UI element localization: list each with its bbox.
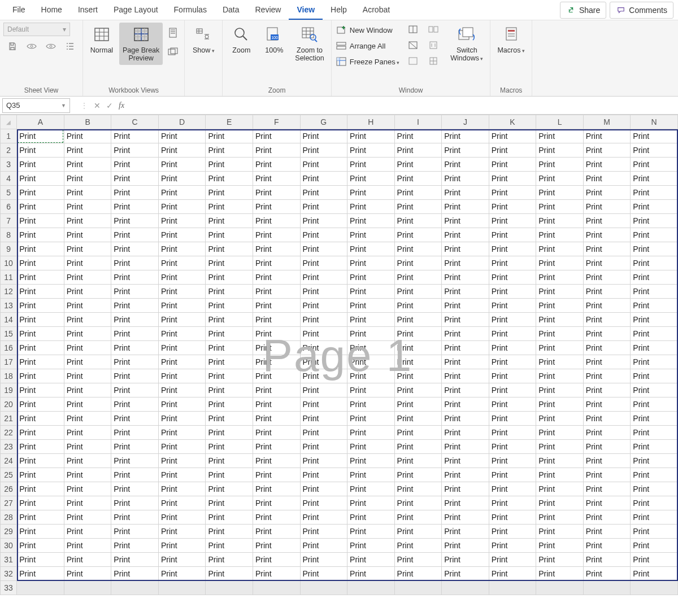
cell-I27[interactable]: Print (394, 496, 442, 510)
row-header-24[interactable]: 24 (1, 454, 17, 468)
cell-C19[interactable]: Print (111, 383, 159, 397)
cell-D26[interactable]: Print (158, 482, 206, 496)
cell-E19[interactable]: Print (206, 383, 253, 397)
cell-N17[interactable]: Print (631, 355, 678, 369)
cell-A29[interactable]: Print (17, 525, 64, 539)
cell-I2[interactable]: Print (394, 143, 442, 158)
cell-H26[interactable]: Print (347, 482, 395, 496)
cell-H25[interactable]: Print (347, 468, 395, 482)
cell-M6[interactable]: Print (583, 200, 631, 214)
cell-A25[interactable]: Print (17, 468, 64, 482)
keep-view-button[interactable] (5, 40, 20, 54)
cell-A23[interactable]: Print (17, 440, 64, 454)
cell-G23[interactable]: Print (300, 440, 347, 454)
cell-D19[interactable]: Print (158, 383, 206, 397)
cell-B16[interactable]: Print (64, 341, 111, 355)
cell-G24[interactable]: Print (300, 454, 347, 468)
row-header-2[interactable]: 2 (1, 143, 17, 158)
cell-D4[interactable]: Print (158, 172, 206, 186)
cell-K10[interactable]: Print (489, 256, 536, 270)
cell-B10[interactable]: Print (64, 256, 111, 270)
cell-M19[interactable]: Print (583, 383, 631, 397)
cell-H32[interactable]: Print (347, 567, 395, 581)
cell-D13[interactable]: Print (158, 299, 206, 313)
cell-I26[interactable]: Print (394, 482, 442, 496)
cell-J1[interactable]: Print (442, 129, 489, 143)
cell-L33[interactable] (536, 581, 584, 595)
cell-K25[interactable]: Print (489, 468, 536, 482)
cell-M8[interactable]: Print (583, 228, 631, 242)
cell-M32[interactable]: Print (583, 567, 631, 581)
cell-N32[interactable]: Print (631, 567, 678, 581)
cell-I12[interactable]: Print (394, 285, 442, 299)
cell-B3[interactable]: Print (64, 158, 111, 172)
row-header-22[interactable]: 22 (1, 426, 17, 440)
cell-G8[interactable]: Print (300, 228, 347, 242)
cell-N3[interactable]: Print (631, 158, 678, 172)
cell-D23[interactable]: Print (158, 440, 206, 454)
cell-N11[interactable]: Print (631, 270, 678, 285)
cell-G5[interactable]: Print (300, 186, 347, 200)
hide-window-button[interactable] (405, 38, 421, 53)
cell-C18[interactable]: Print (111, 369, 159, 383)
cell-A8[interactable]: Print (17, 228, 64, 242)
cell-I32[interactable]: Print (394, 567, 442, 581)
cell-F3[interactable]: Print (253, 158, 300, 172)
cell-F24[interactable]: Print (253, 454, 300, 468)
cell-J8[interactable]: Print (442, 228, 489, 242)
row-header-1[interactable]: 1 (1, 129, 17, 143)
cell-E2[interactable]: Print (206, 143, 253, 158)
cell-N12[interactable]: Print (631, 285, 678, 299)
cell-B13[interactable]: Print (64, 299, 111, 313)
cell-C4[interactable]: Print (111, 172, 159, 186)
col-header-C[interactable]: C (111, 115, 159, 129)
cell-B31[interactable]: Print (64, 553, 111, 567)
cell-E33[interactable] (206, 581, 253, 595)
cell-A21[interactable]: Print (17, 412, 64, 426)
row-header-12[interactable]: 12 (1, 285, 17, 299)
cell-G22[interactable]: Print (300, 426, 347, 440)
cell-K32[interactable]: Print (489, 567, 536, 581)
cell-L32[interactable]: Print (536, 567, 584, 581)
cell-A26[interactable]: Print (17, 482, 64, 496)
cell-L3[interactable]: Print (536, 158, 584, 172)
cell-M24[interactable]: Print (583, 454, 631, 468)
cell-M30[interactable]: Print (583, 539, 631, 553)
cell-E30[interactable]: Print (206, 539, 253, 553)
cell-M23[interactable]: Print (583, 440, 631, 454)
row-header-9[interactable]: 9 (1, 242, 17, 256)
cell-K16[interactable]: Print (489, 341, 536, 355)
cell-K18[interactable]: Print (489, 369, 536, 383)
custom-views-button[interactable] (165, 45, 181, 60)
cell-G25[interactable]: Print (300, 468, 347, 482)
cell-K24[interactable]: Print (489, 454, 536, 468)
new-view-button[interactable] (43, 40, 59, 54)
cell-M21[interactable]: Print (583, 412, 631, 426)
cell-E23[interactable]: Print (206, 440, 253, 454)
cell-K3[interactable]: Print (489, 158, 536, 172)
cell-G21[interactable]: Print (300, 412, 347, 426)
cell-G14[interactable]: Print (300, 313, 347, 327)
cell-C2[interactable]: Print (111, 143, 159, 158)
cell-C3[interactable]: Print (111, 158, 159, 172)
cell-A30[interactable]: Print (17, 539, 64, 553)
cell-E25[interactable]: Print (206, 468, 253, 482)
cell-J9[interactable]: Print (442, 242, 489, 256)
cell-B7[interactable]: Print (64, 214, 111, 228)
cell-B24[interactable]: Print (64, 454, 111, 468)
col-header-B[interactable]: B (64, 115, 111, 129)
cell-H16[interactable]: Print (347, 341, 395, 355)
cell-N31[interactable]: Print (631, 553, 678, 567)
cell-J29[interactable]: Print (442, 525, 489, 539)
cell-A19[interactable]: Print (17, 383, 64, 397)
cell-F21[interactable]: Print (253, 412, 300, 426)
cell-C22[interactable]: Print (111, 426, 159, 440)
cell-B18[interactable]: Print (64, 369, 111, 383)
cell-I17[interactable]: Print (394, 355, 442, 369)
cell-M5[interactable]: Print (583, 186, 631, 200)
cell-N6[interactable]: Print (631, 200, 678, 214)
cell-C8[interactable]: Print (111, 228, 159, 242)
cell-C26[interactable]: Print (111, 482, 159, 496)
cell-M27[interactable]: Print (583, 496, 631, 510)
cell-L14[interactable]: Print (536, 313, 584, 327)
